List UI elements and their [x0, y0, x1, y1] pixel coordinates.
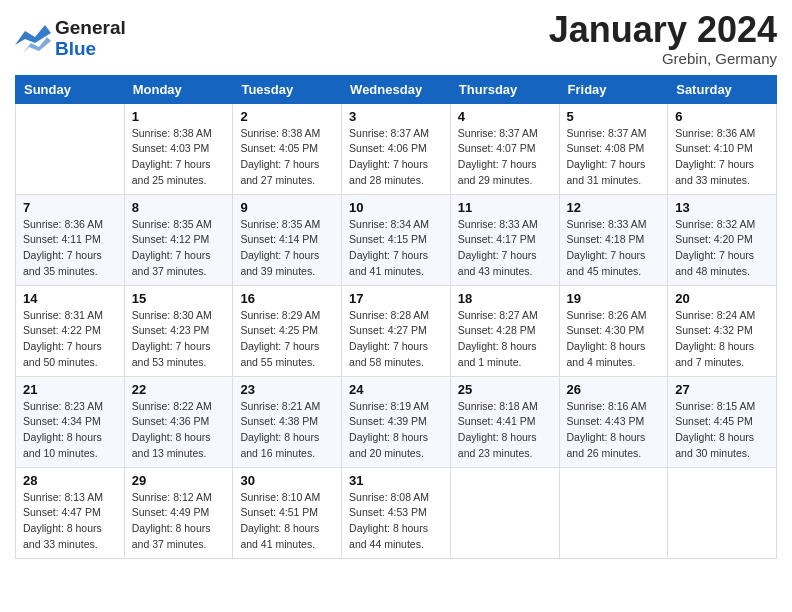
calendar-cell: 16Sunrise: 8:29 AMSunset: 4:25 PMDayligh… — [233, 285, 342, 376]
day-info: Sunrise: 8:10 AMSunset: 4:51 PMDaylight:… — [240, 490, 334, 553]
day-number: 30 — [240, 473, 334, 488]
calendar-week-2: 14Sunrise: 8:31 AMSunset: 4:22 PMDayligh… — [16, 285, 777, 376]
day-number: 27 — [675, 382, 769, 397]
calendar-cell: 6Sunrise: 8:36 AMSunset: 4:10 PMDaylight… — [668, 103, 777, 194]
day-info: Sunrise: 8:37 AMSunset: 4:08 PMDaylight:… — [567, 126, 661, 189]
calendar-header-sunday: Sunday — [16, 75, 125, 103]
calendar-header-friday: Friday — [559, 75, 668, 103]
day-info: Sunrise: 8:33 AMSunset: 4:17 PMDaylight:… — [458, 217, 552, 280]
page-header: General Blue January 2024 Grebin, German… — [15, 10, 777, 67]
calendar-cell: 8Sunrise: 8:35 AMSunset: 4:12 PMDaylight… — [124, 194, 233, 285]
calendar-cell: 10Sunrise: 8:34 AMSunset: 4:15 PMDayligh… — [342, 194, 451, 285]
calendar-cell: 13Sunrise: 8:32 AMSunset: 4:20 PMDayligh… — [668, 194, 777, 285]
calendar-cell: 24Sunrise: 8:19 AMSunset: 4:39 PMDayligh… — [342, 376, 451, 467]
calendar-week-1: 7Sunrise: 8:36 AMSunset: 4:11 PMDaylight… — [16, 194, 777, 285]
day-info: Sunrise: 8:19 AMSunset: 4:39 PMDaylight:… — [349, 399, 443, 462]
day-info: Sunrise: 8:35 AMSunset: 4:12 PMDaylight:… — [132, 217, 226, 280]
day-info: Sunrise: 8:35 AMSunset: 4:14 PMDaylight:… — [240, 217, 334, 280]
day-info: Sunrise: 8:24 AMSunset: 4:32 PMDaylight:… — [675, 308, 769, 371]
calendar-cell — [668, 467, 777, 558]
calendar-cell: 28Sunrise: 8:13 AMSunset: 4:47 PMDayligh… — [16, 467, 125, 558]
day-number: 22 — [132, 382, 226, 397]
day-number: 29 — [132, 473, 226, 488]
calendar-cell — [450, 467, 559, 558]
day-number: 26 — [567, 382, 661, 397]
title-area: January 2024 Grebin, Germany — [549, 10, 777, 67]
calendar-week-4: 28Sunrise: 8:13 AMSunset: 4:47 PMDayligh… — [16, 467, 777, 558]
day-number: 10 — [349, 200, 443, 215]
calendar-cell: 12Sunrise: 8:33 AMSunset: 4:18 PMDayligh… — [559, 194, 668, 285]
day-info: Sunrise: 8:34 AMSunset: 4:15 PMDaylight:… — [349, 217, 443, 280]
month-title: January 2024 — [549, 10, 777, 50]
day-info: Sunrise: 8:18 AMSunset: 4:41 PMDaylight:… — [458, 399, 552, 462]
day-number: 5 — [567, 109, 661, 124]
day-info: Sunrise: 8:37 AMSunset: 4:06 PMDaylight:… — [349, 126, 443, 189]
calendar-week-0: 1Sunrise: 8:38 AMSunset: 4:03 PMDaylight… — [16, 103, 777, 194]
calendar-cell: 5Sunrise: 8:37 AMSunset: 4:08 PMDaylight… — [559, 103, 668, 194]
calendar-cell: 25Sunrise: 8:18 AMSunset: 4:41 PMDayligh… — [450, 376, 559, 467]
day-info: Sunrise: 8:37 AMSunset: 4:07 PMDaylight:… — [458, 126, 552, 189]
day-number: 8 — [132, 200, 226, 215]
day-number: 7 — [23, 200, 117, 215]
day-info: Sunrise: 8:23 AMSunset: 4:34 PMDaylight:… — [23, 399, 117, 462]
day-number: 20 — [675, 291, 769, 306]
day-info: Sunrise: 8:36 AMSunset: 4:11 PMDaylight:… — [23, 217, 117, 280]
calendar-body: 1Sunrise: 8:38 AMSunset: 4:03 PMDaylight… — [16, 103, 777, 558]
calendar-cell: 14Sunrise: 8:31 AMSunset: 4:22 PMDayligh… — [16, 285, 125, 376]
day-number: 21 — [23, 382, 117, 397]
calendar-cell: 3Sunrise: 8:37 AMSunset: 4:06 PMDaylight… — [342, 103, 451, 194]
day-number: 31 — [349, 473, 443, 488]
calendar-cell: 19Sunrise: 8:26 AMSunset: 4:30 PMDayligh… — [559, 285, 668, 376]
calendar-header-tuesday: Tuesday — [233, 75, 342, 103]
day-info: Sunrise: 8:16 AMSunset: 4:43 PMDaylight:… — [567, 399, 661, 462]
calendar-cell: 18Sunrise: 8:27 AMSunset: 4:28 PMDayligh… — [450, 285, 559, 376]
calendar-header-row: SundayMondayTuesdayWednesdayThursdayFrid… — [16, 75, 777, 103]
day-number: 16 — [240, 291, 334, 306]
day-number: 6 — [675, 109, 769, 124]
day-number: 18 — [458, 291, 552, 306]
day-info: Sunrise: 8:31 AMSunset: 4:22 PMDaylight:… — [23, 308, 117, 371]
day-info: Sunrise: 8:21 AMSunset: 4:38 PMDaylight:… — [240, 399, 334, 462]
day-info: Sunrise: 8:28 AMSunset: 4:27 PMDaylight:… — [349, 308, 443, 371]
day-info: Sunrise: 8:12 AMSunset: 4:49 PMDaylight:… — [132, 490, 226, 553]
day-info: Sunrise: 8:26 AMSunset: 4:30 PMDaylight:… — [567, 308, 661, 371]
calendar-cell: 2Sunrise: 8:38 AMSunset: 4:05 PMDaylight… — [233, 103, 342, 194]
day-number: 11 — [458, 200, 552, 215]
day-number: 3 — [349, 109, 443, 124]
day-number: 4 — [458, 109, 552, 124]
logo-general-text: General — [55, 18, 126, 39]
calendar-table: SundayMondayTuesdayWednesdayThursdayFrid… — [15, 75, 777, 559]
day-info: Sunrise: 8:36 AMSunset: 4:10 PMDaylight:… — [675, 126, 769, 189]
day-number: 2 — [240, 109, 334, 124]
day-number: 12 — [567, 200, 661, 215]
calendar-cell: 22Sunrise: 8:22 AMSunset: 4:36 PMDayligh… — [124, 376, 233, 467]
calendar-cell: 11Sunrise: 8:33 AMSunset: 4:17 PMDayligh… — [450, 194, 559, 285]
logo: General Blue — [15, 18, 126, 60]
day-number: 28 — [23, 473, 117, 488]
calendar-cell: 27Sunrise: 8:15 AMSunset: 4:45 PMDayligh… — [668, 376, 777, 467]
calendar-header-saturday: Saturday — [668, 75, 777, 103]
calendar-header-monday: Monday — [124, 75, 233, 103]
day-info: Sunrise: 8:13 AMSunset: 4:47 PMDaylight:… — [23, 490, 117, 553]
day-info: Sunrise: 8:38 AMSunset: 4:03 PMDaylight:… — [132, 126, 226, 189]
day-info: Sunrise: 8:22 AMSunset: 4:36 PMDaylight:… — [132, 399, 226, 462]
calendar-cell: 23Sunrise: 8:21 AMSunset: 4:38 PMDayligh… — [233, 376, 342, 467]
calendar-cell — [16, 103, 125, 194]
day-number: 9 — [240, 200, 334, 215]
day-number: 15 — [132, 291, 226, 306]
day-number: 24 — [349, 382, 443, 397]
calendar-cell: 17Sunrise: 8:28 AMSunset: 4:27 PMDayligh… — [342, 285, 451, 376]
day-number: 13 — [675, 200, 769, 215]
day-info: Sunrise: 8:15 AMSunset: 4:45 PMDaylight:… — [675, 399, 769, 462]
day-info: Sunrise: 8:38 AMSunset: 4:05 PMDaylight:… — [240, 126, 334, 189]
calendar-cell: 21Sunrise: 8:23 AMSunset: 4:34 PMDayligh… — [16, 376, 125, 467]
day-number: 17 — [349, 291, 443, 306]
day-info: Sunrise: 8:27 AMSunset: 4:28 PMDaylight:… — [458, 308, 552, 371]
calendar-cell: 31Sunrise: 8:08 AMSunset: 4:53 PMDayligh… — [342, 467, 451, 558]
calendar-cell: 7Sunrise: 8:36 AMSunset: 4:11 PMDaylight… — [16, 194, 125, 285]
calendar-cell — [559, 467, 668, 558]
location: Grebin, Germany — [549, 50, 777, 67]
calendar-cell: 20Sunrise: 8:24 AMSunset: 4:32 PMDayligh… — [668, 285, 777, 376]
day-number: 1 — [132, 109, 226, 124]
calendar-cell: 4Sunrise: 8:37 AMSunset: 4:07 PMDaylight… — [450, 103, 559, 194]
